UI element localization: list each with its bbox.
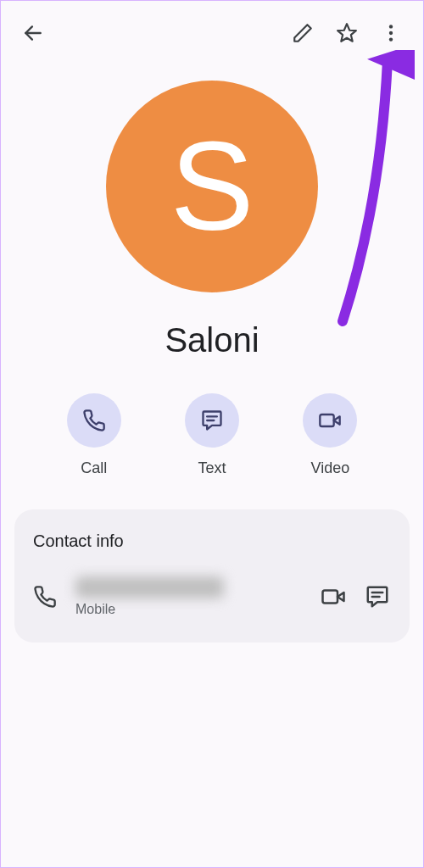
svg-rect-9 [323,591,338,604]
svg-point-4 [389,37,393,41]
call-button[interactable]: Call [52,393,137,477]
svg-point-3 [389,31,393,35]
video-icon [321,584,346,609]
row-message-button[interactable] [364,583,391,610]
row-video-button[interactable] [320,583,347,610]
action-row: Call Text Video [14,393,410,477]
message-icon [365,584,390,609]
video-button[interactable]: Video [287,393,372,477]
more-vert-icon [380,22,402,44]
contact-info-title: Contact info [33,531,391,551]
text-label: Text [198,459,226,477]
video-label: Video [310,459,349,477]
phone-icon [82,409,106,432]
arrow-left-icon [22,22,44,44]
contact-name: Saloni [14,321,410,359]
more-options-button[interactable] [372,14,410,52]
top-bar [14,9,410,57]
phone-row[interactable]: Mobile [33,576,391,617]
favorite-button[interactable] [328,14,365,52]
pencil-icon [292,22,314,44]
contact-initial: S [170,114,254,259]
phone-icon [33,585,57,609]
text-button[interactable]: Text [170,393,254,477]
phone-number-redacted [75,576,224,598]
svg-point-2 [389,25,393,28]
edit-button[interactable] [284,14,321,52]
call-label: Call [81,459,107,477]
contact-info-card: Contact info Mobile [14,509,410,643]
message-icon [200,409,224,432]
svg-marker-1 [338,24,356,42]
star-icon [336,22,358,44]
video-icon [318,409,342,432]
contact-avatar[interactable]: S [106,81,318,292]
svg-rect-7 [321,415,334,426]
back-button[interactable] [14,14,52,52]
phone-type: Mobile [75,602,301,617]
